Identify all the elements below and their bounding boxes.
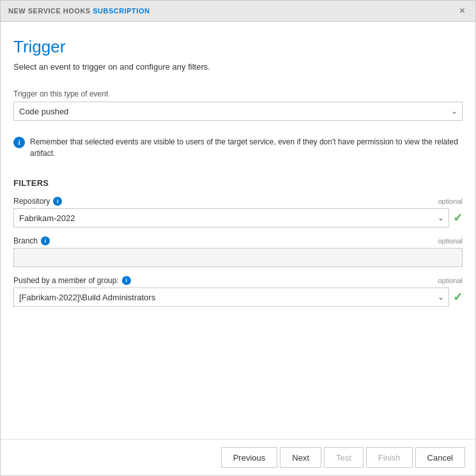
group-select-group: [Fabrikam-2022]\Build Administrators ⌄ ✓ bbox=[13, 288, 463, 307]
previous-button[interactable]: Previous bbox=[221, 447, 278, 468]
next-button[interactable]: Next bbox=[280, 447, 321, 468]
group-check-icon: ✓ bbox=[453, 290, 463, 304]
cancel-button[interactable]: Cancel bbox=[415, 447, 465, 468]
close-button[interactable]: × bbox=[457, 6, 468, 16]
repository-select-group: Fabrikam-2022 ⌄ ✓ bbox=[13, 208, 463, 227]
dialog-content: Trigger Select an event to trigger on an… bbox=[1, 22, 475, 439]
repository-select[interactable]: Fabrikam-2022 bbox=[13, 208, 449, 227]
group-label-row: Pushed by a member of group: i optional bbox=[13, 276, 463, 285]
dialog-window: NEW SERVICE HOOKS SUBSCRIPTION × Trigger… bbox=[0, 0, 476, 476]
group-filter: Pushed by a member of group: i optional … bbox=[13, 276, 463, 307]
event-type-select-wrapper: Code pushed ⌄ bbox=[13, 102, 463, 121]
group-label: Pushed by a member of group: i bbox=[13, 276, 131, 285]
repository-optional: optional bbox=[438, 197, 463, 205]
finish-button[interactable]: Finish bbox=[366, 447, 413, 468]
repository-check-icon: ✓ bbox=[453, 211, 463, 225]
dialog-header: NEW SERVICE HOOKS SUBSCRIPTION × bbox=[1, 1, 475, 22]
group-optional: optional bbox=[438, 277, 463, 284]
repository-info-icon[interactable]: i bbox=[53, 197, 62, 206]
branch-input[interactable] bbox=[13, 248, 463, 267]
event-type-label: Trigger on this type of event bbox=[13, 89, 463, 98]
event-type-select[interactable]: Code pushed bbox=[13, 102, 463, 121]
branch-info-icon[interactable]: i bbox=[41, 236, 50, 245]
info-box: i Remember that selected events are visi… bbox=[13, 130, 463, 165]
repository-label-row: Repository i optional bbox=[13, 197, 463, 206]
repository-filter: Repository i optional Fabrikam-2022 ⌄ ✓ bbox=[13, 197, 463, 227]
branch-filter: Branch i optional bbox=[13, 236, 463, 267]
group-select-wrapper: [Fabrikam-2022]\Build Administrators ⌄ bbox=[13, 288, 449, 307]
dialog-footer: Previous Next Test Finish Cancel bbox=[1, 439, 475, 475]
event-type-field: Trigger on this type of event Code pushe… bbox=[13, 89, 463, 121]
page-subtitle: Select an event to trigger on and config… bbox=[13, 62, 463, 72]
group-select[interactable]: [Fabrikam-2022]\Build Administrators bbox=[13, 288, 449, 307]
dialog-title: NEW SERVICE HOOKS SUBSCRIPTION bbox=[8, 7, 150, 15]
group-info-icon[interactable]: i bbox=[122, 276, 131, 285]
branch-label: Branch i bbox=[13, 236, 50, 245]
info-icon: i bbox=[13, 137, 25, 148]
branch-label-row: Branch i optional bbox=[13, 236, 463, 245]
filters-title: FILTERS bbox=[13, 178, 463, 188]
repository-select-wrapper: Fabrikam-2022 ⌄ bbox=[13, 208, 449, 227]
page-title: Trigger bbox=[13, 37, 463, 57]
repository-label: Repository i bbox=[13, 197, 62, 206]
test-button[interactable]: Test bbox=[324, 447, 364, 468]
info-text: Remember that selected events are visibl… bbox=[30, 136, 463, 159]
branch-optional: optional bbox=[438, 237, 463, 245]
